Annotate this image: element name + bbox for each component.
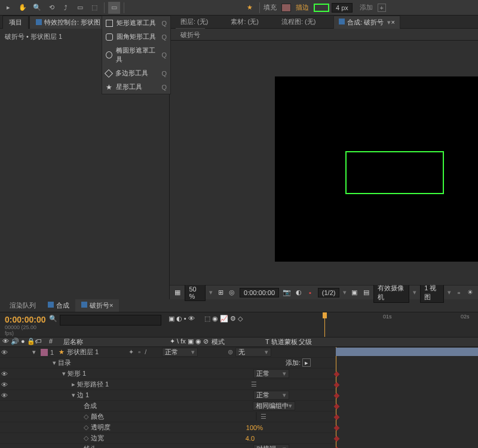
stroke-width-field[interactable]: 4 px bbox=[332, 3, 353, 13]
path-link-icon[interactable]: ☰ bbox=[251, 381, 257, 388]
brainstorm-icon[interactable]: ⚙ bbox=[230, 315, 236, 323]
pickwhip-icon[interactable]: ⊚ bbox=[228, 348, 233, 356]
layer-color-swatch[interactable] bbox=[41, 349, 48, 356]
camera-dropdown[interactable]: 有效摄像机 bbox=[373, 283, 409, 303]
visibility-toggle[interactable]: 👁 bbox=[0, 370, 8, 378]
polygon-icon bbox=[105, 69, 113, 77]
zoom-dropdown[interactable]: 50 % bbox=[185, 284, 206, 301]
add-button[interactable]: + bbox=[378, 4, 386, 12]
composite-dropdown[interactable]: 相同编组中▾ bbox=[253, 401, 295, 410]
region-icon[interactable]: ▣ bbox=[350, 289, 358, 296]
tab-composition[interactable]: 合成: 破折号▾× bbox=[333, 16, 400, 29]
stroke-swatch[interactable] bbox=[314, 4, 329, 12]
autokeyframe-icon[interactable]: ◇ bbox=[238, 315, 243, 323]
rect-group-twirl[interactable] bbox=[62, 370, 66, 377]
views-dropdown[interactable]: 1 视图 bbox=[420, 283, 444, 303]
current-timecode[interactable]: 0:00:00:00 bbox=[5, 315, 44, 324]
polygon-tool-item[interactable]: 多边形工具Q bbox=[102, 66, 170, 80]
fps-label: 00000 (25.00 fps) bbox=[5, 324, 44, 336]
stroke-twirl[interactable] bbox=[72, 391, 75, 398]
channel-icon[interactable]: ◐ bbox=[295, 289, 302, 296]
stopwatch-icon[interactable]: ◇ bbox=[84, 424, 88, 431]
hw-icon[interactable]: ▪ bbox=[184, 315, 186, 322]
rounded-rect-tool-item[interactable]: 圆角矩形工具Q bbox=[102, 30, 170, 44]
tab-composition-tl[interactable]: 合成 bbox=[42, 299, 75, 312]
parent-dropdown[interactable]: 无▾ bbox=[235, 348, 271, 357]
tab-project[interactable]: 项目 bbox=[2, 16, 29, 29]
rect-tool-icon[interactable]: ▭ bbox=[108, 2, 120, 14]
rgb-icon[interactable]: ▪ bbox=[306, 289, 314, 296]
stroke-color-swatch[interactable] bbox=[256, 412, 257, 421]
keyframe[interactable] bbox=[334, 404, 340, 410]
grid-icon[interactable]: ▦ bbox=[173, 289, 181, 296]
visibility-toggle[interactable]: 👁 bbox=[0, 392, 8, 399]
stroke-width-value[interactable]: 4.0 bbox=[246, 435, 255, 442]
motionblur-icon[interactable]: ◉ bbox=[212, 315, 218, 323]
stroke-mode[interactable]: 正常▾ bbox=[253, 391, 289, 400]
camera-tool-icon[interactable]: ▭ bbox=[74, 2, 86, 14]
selection-tool-icon[interactable]: ▸ bbox=[2, 2, 14, 14]
orbit-tool-icon[interactable]: ⟲ bbox=[45, 2, 57, 14]
preview-timecode[interactable]: 0:00:00:00 bbox=[240, 288, 279, 297]
pixel-aspect-icon[interactable]: ▫ bbox=[455, 289, 462, 296]
fill-swatch[interactable] bbox=[281, 4, 291, 12]
add-contents-button[interactable]: 添加: ▸ bbox=[286, 358, 311, 367]
keyframe[interactable] bbox=[334, 393, 340, 399]
comp-mini-icon[interactable]: ▣ bbox=[168, 315, 174, 323]
hand-tool-icon[interactable]: ✋ bbox=[17, 2, 29, 14]
sub-tab-comp-name[interactable]: 破折号 bbox=[176, 28, 205, 41]
guides-icon[interactable]: ▤ bbox=[362, 289, 370, 296]
opacity-value[interactable]: 100% bbox=[246, 424, 263, 431]
rect-group-mode[interactable]: 正常▾ bbox=[253, 369, 289, 378]
graph-icon[interactable]: 📈 bbox=[220, 315, 228, 323]
visibility-toggle[interactable]: 👁 bbox=[0, 349, 8, 356]
stopwatch-icon[interactable]: ◇ bbox=[84, 434, 88, 441]
ellipse-tool-item[interactable]: 椭圆形遮罩工具Q bbox=[102, 44, 170, 66]
layer-track-bar[interactable] bbox=[336, 348, 478, 356]
blend-mode-dropdown[interactable]: 正常▾ bbox=[162, 348, 198, 357]
switches-strip[interactable]: ✦ ▫ / bbox=[128, 348, 148, 356]
tracks-area[interactable] bbox=[335, 347, 478, 448]
contents-twirl[interactable] bbox=[53, 359, 56, 366]
star-tool-item[interactable]: ★星形工具Q bbox=[102, 80, 170, 94]
keyframe[interactable] bbox=[334, 436, 340, 442]
keyframe[interactable] bbox=[334, 425, 340, 431]
resolution-dropdown[interactable]: (1/2) bbox=[318, 288, 340, 297]
zoom-tool-icon[interactable]: 🔍 bbox=[31, 2, 43, 14]
color-link-icon[interactable]: ☰ bbox=[261, 413, 266, 420]
resolution-icon[interactable]: ⊞ bbox=[216, 289, 224, 296]
close-tab-icon[interactable]: × bbox=[109, 302, 113, 309]
close-icon[interactable]: × bbox=[391, 19, 394, 26]
tab-flowchart[interactable]: 流程图: (无) bbox=[277, 16, 320, 28]
keyframe[interactable] bbox=[334, 382, 340, 388]
tab-render-queue[interactable]: 渲染队列 bbox=[4, 299, 42, 312]
tab-effect-controls[interactable]: 特效控制台: 形状图 bbox=[29, 16, 107, 29]
visibility-toggle[interactable]: 👁 bbox=[0, 381, 8, 388]
rect-path-twirl[interactable] bbox=[72, 381, 75, 388]
stopwatch-icon[interactable]: ◇ bbox=[84, 413, 88, 420]
composition-viewer[interactable] bbox=[170, 41, 478, 285]
shape-rectangle[interactable] bbox=[345, 151, 444, 194]
current-time-indicator[interactable] bbox=[324, 312, 325, 337]
star-icon[interactable]: ★ bbox=[244, 2, 256, 14]
panbehind-tool-icon[interactable]: ⬚ bbox=[88, 2, 100, 14]
keyframe[interactable] bbox=[334, 415, 340, 421]
keyframe[interactable] bbox=[334, 372, 340, 378]
draft3d-icon[interactable]: ◐ bbox=[176, 315, 182, 323]
snapshot-icon[interactable]: 📷 bbox=[283, 289, 291, 296]
tab-active-comp[interactable]: 破折号× bbox=[75, 299, 119, 312]
layer-name[interactable]: 形状图层 1 bbox=[67, 348, 99, 357]
tab-layer[interactable]: 图层: (无) bbox=[176, 16, 213, 28]
shy-icon[interactable]: 👁 bbox=[188, 315, 195, 322]
tab-footage[interactable]: 素材: (无) bbox=[226, 16, 263, 28]
timeline-search-input[interactable] bbox=[60, 315, 161, 326]
rect-mask-tool-item[interactable]: 矩形遮罩工具Q bbox=[102, 16, 170, 30]
line-cap-dropdown[interactable]: 对接端▾ bbox=[253, 444, 289, 448]
target-icon[interactable]: ◎ bbox=[228, 289, 236, 296]
time-ruler[interactable]: 01s 02s bbox=[323, 312, 478, 337]
rotate-tool-icon[interactable]: ⤴ bbox=[60, 2, 72, 14]
layer-twirl[interactable] bbox=[32, 348, 38, 356]
frame-blend-icon[interactable]: ⬚ bbox=[204, 315, 210, 323]
exposure-icon[interactable]: ☀ bbox=[467, 289, 474, 296]
search-icon: 🔍 bbox=[49, 315, 57, 323]
